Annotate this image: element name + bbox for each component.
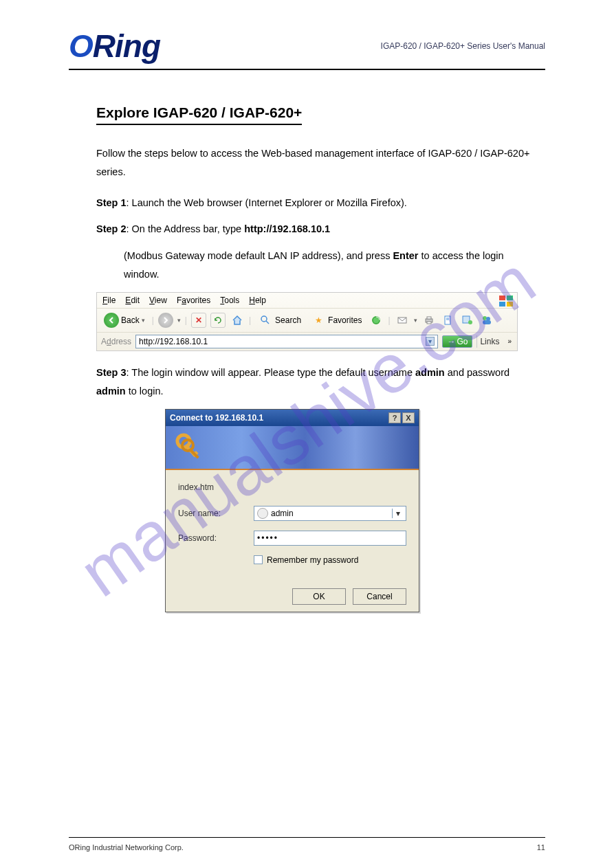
logo-ring: Ring xyxy=(93,28,160,64)
go-arrow-icon: → xyxy=(447,337,455,346)
favorites-button[interactable]: ★ Favorites xyxy=(308,311,364,329)
svg-point-4 xyxy=(261,316,267,322)
step-2: Step 2: On the Address bar, type http://… xyxy=(96,220,531,238)
ie-address-row: Address http://192.168.10.1 ▾ → Go Links… xyxy=(97,333,517,350)
cancel-button[interactable]: Cancel xyxy=(353,588,406,605)
go-label: Go xyxy=(457,337,468,346)
step2-enter: Enter xyxy=(393,250,418,261)
page-footer: ORing Industrial Networking Corp. 11 xyxy=(69,837,545,852)
links-label[interactable]: Links xyxy=(476,335,502,348)
step-1: Step 1: Launch the Web browser (Internet… xyxy=(96,194,531,212)
menu-file[interactable]: FFileile xyxy=(102,296,116,305)
ie-toolbar-screenshot: FFileile Edit View Favorites Tools Help … xyxy=(96,292,518,351)
go-button[interactable]: → Go xyxy=(442,335,472,348)
mail-button[interactable] xyxy=(395,313,410,328)
stop-button[interactable]: ✕ xyxy=(191,313,206,328)
edit-button[interactable] xyxy=(441,313,456,328)
windows-flag-icon xyxy=(498,294,516,309)
back-label: Back xyxy=(121,315,140,325)
search-icon xyxy=(258,313,273,328)
address-input[interactable]: http://192.168.10.1 ▾ xyxy=(135,335,438,348)
step3-text3: to login. xyxy=(126,386,164,397)
dialog-close-button[interactable]: X xyxy=(402,412,415,423)
discuss-button[interactable] xyxy=(460,313,475,328)
remember-checkbox[interactable] xyxy=(254,555,263,564)
intro-prefix: Follow the steps below to access the Web… xyxy=(96,148,428,159)
menu-edit[interactable]: Edit xyxy=(125,296,140,305)
user-icon xyxy=(257,508,268,519)
media-button[interactable] xyxy=(369,313,384,328)
section-title: Explore IGAP-620 / IGAP-620+ xyxy=(96,104,302,125)
svg-point-17 xyxy=(483,316,487,320)
svg-point-16 xyxy=(468,320,472,324)
address-dropdown-icon[interactable]: ▾ xyxy=(426,337,435,346)
remember-password-row: Remember my password xyxy=(254,555,406,565)
messenger-button[interactable] xyxy=(479,313,494,328)
intro-text: Follow the steps below to access the Web… xyxy=(96,144,531,181)
svg-rect-2 xyxy=(499,302,505,307)
dialog-realm: index.htm xyxy=(178,482,406,492)
header-product-name: IGAP-620 / IGAP-620+ Series User's Manua… xyxy=(381,41,545,51)
svg-rect-3 xyxy=(507,302,513,307)
back-icon xyxy=(104,313,119,328)
dialog-banner xyxy=(166,426,419,470)
star-icon: ★ xyxy=(311,313,326,328)
password-row: Password: ••••• xyxy=(178,531,406,546)
page-header: ORing IGAP-620 / IGAP-620+ Series User's… xyxy=(69,27,545,70)
step3-text2: and password xyxy=(445,367,509,378)
username-label: User name: xyxy=(178,509,254,518)
svg-rect-12 xyxy=(445,316,450,324)
footer-page-number: 11 xyxy=(537,843,545,852)
address-label: Address xyxy=(101,337,131,346)
favorites-label: Favorites xyxy=(328,315,362,325)
dialog-help-button[interactable]: ? xyxy=(388,412,401,423)
search-label: Search xyxy=(275,315,301,325)
menu-favorites[interactable]: Favorites xyxy=(177,296,210,305)
oring-logo: ORing xyxy=(69,28,160,64)
dialog-button-row: OK Cancel xyxy=(178,583,406,605)
step3-text: : The login window will appear. Please t… xyxy=(127,367,416,378)
ok-button[interactable]: OK xyxy=(292,588,346,605)
svg-rect-11 xyxy=(427,322,431,324)
search-button[interactable]: Search xyxy=(255,311,304,329)
refresh-button[interactable] xyxy=(210,313,226,328)
step2-text-a: : On the Address bar, type xyxy=(127,223,242,234)
step3-user: admin xyxy=(415,367,445,378)
password-input[interactable]: ••••• xyxy=(254,531,406,546)
footer-left: ORing Industrial Networking Corp. xyxy=(69,843,184,852)
username-dropdown-icon[interactable]: ▾ xyxy=(392,509,403,518)
step-2-line2: (Modbus Gateway mode default LAN IP addr… xyxy=(124,247,531,284)
connect-dialog: Connect to 192.168.10.1 ? X xyxy=(165,409,419,612)
step3-pass: admin xyxy=(96,386,126,397)
step3-label: Step 3 xyxy=(96,367,127,378)
keys-icon xyxy=(173,430,207,465)
username-input[interactable]: admin ▾ xyxy=(254,506,406,521)
username-value: admin xyxy=(271,509,294,518)
password-value: ••••• xyxy=(257,533,278,543)
svg-point-6 xyxy=(372,316,380,324)
step1-label: Step 1 xyxy=(96,197,127,208)
menu-tools[interactable]: Tools xyxy=(220,296,239,305)
step2-text-b: (Modbus Gateway mode default LAN IP addr… xyxy=(124,250,393,261)
home-button[interactable] xyxy=(230,313,245,328)
dialog-titlebar: Connect to 192.168.10.1 ? X xyxy=(166,410,419,426)
forward-button[interactable] xyxy=(158,313,173,328)
username-row: User name: admin ▾ xyxy=(178,506,406,521)
links-chevron-icon[interactable]: » xyxy=(506,337,513,345)
menu-view[interactable]: View xyxy=(149,296,167,305)
ie-menubar: FFileile Edit View Favorites Tools Help xyxy=(97,293,517,309)
step1-text: : Launch the Web browser (Internet Explo… xyxy=(127,197,407,208)
remember-label: Remember my password xyxy=(267,555,358,565)
svg-rect-1 xyxy=(507,296,513,300)
step2-label: Step 2 xyxy=(96,223,127,234)
step2-url: http://192.168.10.1 xyxy=(244,223,330,234)
intro-product: IGAP-620 / IGAP-620+ xyxy=(428,148,530,159)
menu-help[interactable]: Help xyxy=(249,296,266,305)
back-button[interactable]: Back ▾ xyxy=(101,311,148,329)
svg-rect-0 xyxy=(499,296,505,300)
password-label: Password: xyxy=(178,533,254,543)
dialog-body: index.htm User name: admin ▾ Password: •… xyxy=(166,470,419,612)
print-button[interactable] xyxy=(421,313,437,328)
intro-suffix: series. xyxy=(96,166,126,177)
svg-rect-10 xyxy=(427,317,431,319)
